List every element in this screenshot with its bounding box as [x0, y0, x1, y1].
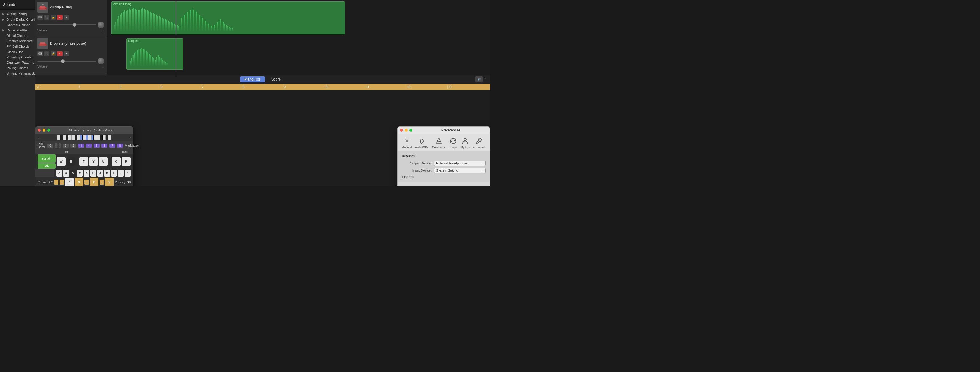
- key-u[interactable]: U: [99, 157, 108, 166]
- volume-chevron-2[interactable]: ⌄: [102, 65, 104, 68]
- key-y[interactable]: Y: [89, 157, 98, 166]
- mt-minimize-btn[interactable]: [43, 129, 46, 132]
- svg-rect-74: [210, 25, 210, 31]
- svg-rect-24: [135, 9, 135, 31]
- key-s[interactable]: S: [63, 169, 69, 177]
- volume-text: Volume: [37, 29, 47, 32]
- pref-output-select[interactable]: External Headphones ⌄: [434, 161, 485, 166]
- mt-nav-left[interactable]: ‹: [38, 136, 39, 140]
- key-v[interactable]: V: [105, 177, 113, 186]
- pref-icon-advanced[interactable]: Advanced: [472, 136, 486, 150]
- track-ctrl-midi[interactable]: ⌨: [37, 15, 43, 20]
- octave-minus[interactable]: −: [54, 180, 58, 185]
- track-ctrl-headphones-2[interactable]: 🎧: [44, 51, 49, 56]
- key-e[interactable]: E: [67, 157, 75, 166]
- key-k[interactable]: K: [104, 169, 110, 177]
- volume-slider-airship[interactable]: [37, 24, 96, 26]
- key-l[interactable]: L: [111, 169, 117, 177]
- track-timeline[interactable]: Airship Rising: [107, 0, 490, 75]
- pref-input-select[interactable]: System Setting ⌄: [434, 168, 485, 173]
- sidebar-item-shifting-patterns[interactable]: Shifting Patterns Synth: [0, 71, 35, 76]
- sidebar-item-digital-chords[interactable]: Digital Chords: [0, 33, 35, 38]
- volume-knob-circle[interactable]: [97, 22, 104, 28]
- svg-rect-72: [207, 22, 207, 31]
- key-d[interactable]: D: [70, 169, 76, 177]
- sidebar-item-quantizer-patterns[interactable]: Quantizer Patterns: [0, 60, 35, 65]
- pref-close-btn[interactable]: [400, 129, 403, 132]
- sidebar-item-glass-gliss[interactable]: Glass Gliss: [0, 49, 35, 54]
- sidebar-item-circle-of-fifths[interactable]: ▶Circle of Fifths: [0, 27, 35, 33]
- svg-rect-53: [178, 26, 179, 31]
- pitch-plus[interactable]: +: [59, 143, 61, 148]
- sidebar-item-bright-digital-chords[interactable]: ▶Bright Digital Chords: [0, 17, 35, 22]
- sidebar-list: ▶Airship Rising▶Bright Digital ChordsCho…: [0, 10, 35, 186]
- pref-icon-loops[interactable]: Loops: [448, 136, 458, 150]
- key-x[interactable]: X: [75, 177, 83, 186]
- track-ctrl-record[interactable]: ●: [57, 15, 62, 20]
- sustain-key[interactable]: sustain: [38, 154, 56, 163]
- mt-maximize-btn[interactable]: [47, 129, 50, 132]
- sidebar-item-rolling-chords[interactable]: Rolling Chords: [0, 65, 35, 71]
- svg-rect-88: [231, 27, 231, 31]
- octave-minus-2[interactable]: −: [84, 180, 89, 185]
- region-droplets[interactable]: Droplets: [126, 38, 183, 70]
- tab-key[interactable]: tab: [38, 163, 56, 169]
- key-o[interactable]: O: [111, 157, 121, 166]
- track-ctrl-midi-2[interactable]: ⌨: [37, 51, 43, 56]
- mt-close-btn[interactable]: [38, 129, 41, 132]
- key-g[interactable]: G: [84, 169, 89, 177]
- sidebar-item-chordal-chimes[interactable]: Chordal Chimes: [0, 22, 35, 27]
- track-ctrl-record-2[interactable]: ●: [57, 51, 62, 56]
- key-semicolon[interactable]: ;: [118, 169, 124, 177]
- pref-icon-metronome[interactable]: Metronome: [431, 136, 447, 150]
- key-c[interactable]: C: [90, 177, 99, 186]
- svg-rect-70: [204, 19, 204, 31]
- sidebar-item-emotive-melodies[interactable]: Emotive Melodies: [0, 38, 35, 44]
- svg-rect-3: [45, 8, 47, 9]
- key-a[interactable]: A: [56, 169, 62, 177]
- track-ctrl-lock-2[interactable]: 🔒: [51, 51, 56, 56]
- track-ctrl-star-2[interactable]: ✦: [64, 51, 69, 56]
- key-j[interactable]: J: [97, 169, 103, 177]
- key-w[interactable]: W: [57, 157, 65, 166]
- key-h[interactable]: H: [91, 169, 96, 177]
- key-f[interactable]: F: [76, 169, 83, 177]
- sustain-tab-group: sustain tab: [38, 154, 56, 169]
- pitch-num-5: 5: [94, 144, 100, 148]
- sidebar-item-pulsating-chords[interactable]: Pulsating Chords: [0, 54, 35, 60]
- key-z[interactable]: Z: [65, 177, 74, 186]
- pitch-labels-row: off max: [35, 150, 133, 154]
- svg-rect-54: [180, 27, 180, 31]
- octave-plus-2[interactable]: +: [100, 180, 104, 185]
- tab-score[interactable]: Score: [267, 77, 285, 82]
- mt-keyboard-graphic[interactable]: [57, 135, 111, 140]
- region-airship[interactable]: Airship Rising: [111, 2, 345, 34]
- svg-rect-92: [133, 56, 134, 66]
- pref-icon-audio-midi[interactable]: Audio/MIDI: [414, 136, 430, 150]
- pref-icon-general[interactable]: General: [401, 136, 413, 150]
- key-t[interactable]: T: [80, 157, 88, 166]
- pref-minimize-btn[interactable]: [405, 129, 408, 132]
- track-ctrl-headphones[interactable]: 🎧: [44, 15, 49, 20]
- mt-nav-right[interactable]: ›: [129, 136, 130, 140]
- pitch-minus[interactable]: −: [55, 143, 57, 148]
- pr-mark-5: 5: [119, 85, 160, 89]
- volume-slider-droplets[interactable]: [37, 61, 96, 62]
- sidebar-item-airship-rising[interactable]: ▶Airship Rising: [0, 11, 35, 17]
- track-ctrl-star[interactable]: ✦: [64, 15, 69, 20]
- volume-knob-circle-2[interactable]: [97, 58, 104, 64]
- piano-roll-tool-1[interactable]: 🔊: [475, 77, 482, 82]
- sidebar-item-fm-bell-chords[interactable]: FM Bell Chords: [0, 44, 35, 49]
- volume-knob-airship[interactable]: [73, 23, 76, 27]
- max-label: max: [119, 150, 130, 153]
- tab-piano-roll[interactable]: Piano Roll: [240, 77, 265, 82]
- octave-plus[interactable]: +: [60, 180, 64, 185]
- pref-icon-my-info[interactable]: My Info: [460, 136, 471, 150]
- track-ctrl-lock[interactable]: 🔒: [51, 15, 56, 20]
- key-p[interactable]: P: [121, 157, 130, 166]
- volume-knob-droplets[interactable]: [61, 59, 65, 63]
- volume-chevron[interactable]: ⌄: [102, 29, 104, 32]
- key-quote[interactable]: ': [124, 169, 130, 177]
- svg-rect-38: [156, 15, 156, 31]
- pref-maximize-btn[interactable]: [409, 129, 412, 132]
